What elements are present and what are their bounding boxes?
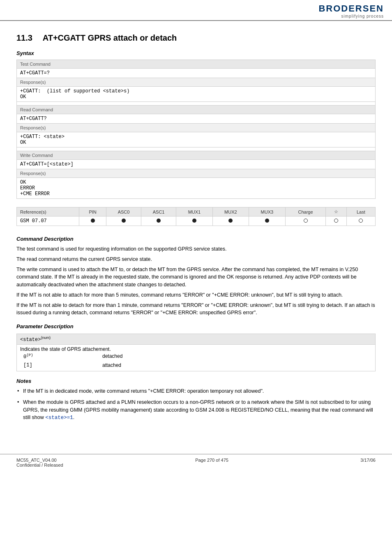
read-response-label-row: Response(s) (17, 124, 376, 132)
footer-doc-id: MC55_ATC_V04.00 (16, 458, 63, 463)
parameter-table: <state>(num) Indicates the state of GPRS… (16, 334, 376, 371)
footer-page: Page 270 of 475 (195, 458, 228, 467)
ref-col-mux2: MUX2 (212, 207, 249, 216)
ref-col-star: ☆ (326, 207, 346, 216)
param-val-0-code: 0(P) (20, 353, 102, 360)
test-response-code: +CGATT: (list of supported <state>s)OK (17, 87, 376, 102)
param-value-1: [1] attached (20, 361, 372, 369)
test-command-label: Test Command (17, 60, 376, 69)
page-header: BRODERSEN simplifying process (0, 0, 392, 21)
logo: BRODERSEN simplifying process (318, 3, 384, 18)
read-command-code-row: AT+CGATT? (17, 114, 376, 124)
param-name: <state> (20, 337, 41, 343)
note-item-2: When the module is GPRS attached and a P… (16, 398, 376, 422)
dot-filled-mux3 (265, 219, 269, 223)
test-response-label-row: Response(s) (17, 78, 376, 87)
read-command-label-row: Read Command (17, 106, 376, 114)
test-response-label: Response(s) (17, 78, 376, 87)
ref-col-last: Last (346, 207, 375, 216)
main-content: 11.3 AT+CGATT GPRS attach or detach Synt… (0, 21, 392, 438)
read-response-row: +CGATT: <state>OK (17, 132, 376, 147)
ref-col-header-label: Reference(s) (17, 207, 79, 216)
param-val-1-desc: attached (102, 362, 121, 368)
dot-empty-last (359, 219, 363, 223)
cmd-desc-para-3: The write command is used to attach the … (16, 266, 376, 289)
dot-filled-asc1 (157, 219, 161, 223)
ref-mux2-dot (212, 216, 249, 226)
read-response-code: +CGATT: <state>OK (17, 132, 376, 147)
cmd-desc-para-2: The read command returns the current GPR… (16, 256, 376, 263)
dot-filled-mux2 (228, 219, 233, 223)
note2-inline-code: <state>=1 (45, 415, 73, 421)
ref-star-dot (326, 216, 346, 226)
ref-col-asc0: ASC0 (106, 207, 141, 216)
ref-col-charge: Charge (285, 207, 326, 216)
ref-col-asc1: ASC1 (141, 207, 176, 216)
cmd-desc-para-4: If the MT is not able to attach for more… (16, 291, 376, 299)
notes-list: If the MT is in dedicated mode, write co… (16, 387, 376, 422)
dot-filled-pin (91, 219, 95, 223)
write-command-label-row: Write Command (17, 151, 376, 160)
param-header-row: <state>(num) (17, 334, 376, 345)
cmd-desc-para-5: If the MT is not able to detach for more… (16, 302, 376, 317)
ref-charge-dot (285, 216, 326, 226)
footer-date: 3/17/06 (360, 458, 376, 467)
page-footer: MC55_ATC_V04.00 Confidential / Released … (0, 454, 392, 471)
logo-text: BRODERSEN (318, 3, 384, 14)
test-response-row: +CGATT: (list of supported <state>s)OK (17, 87, 376, 102)
ref-pin-dot (79, 216, 106, 226)
param-value-0: 0(P) detached (20, 352, 372, 361)
dot-filled-asc0 (122, 219, 126, 223)
footer-left: MC55_ATC_V04.00 Confidential / Released (16, 458, 63, 467)
read-response-label: Response(s) (17, 124, 376, 132)
reference-table: Reference(s) PIN ASC0 ASC1 MUX1 MUX2 MUX… (16, 207, 376, 226)
reference-header-row: Reference(s) PIN ASC0 ASC1 MUX1 MUX2 MUX… (17, 207, 376, 216)
section-number: 11.3 (16, 33, 32, 42)
reference-data-row: GSM 07.07 (17, 216, 376, 226)
dot-empty-star (334, 219, 338, 223)
cmd-desc-para-1: The test command is used for requesting … (16, 245, 376, 253)
param-val-1-code: [1] (20, 362, 102, 368)
parameter-description-heading: Parameter Description (16, 323, 376, 329)
read-command-label: Read Command (17, 106, 376, 114)
ref-col-mux1: MUX1 (176, 207, 212, 216)
param-desc-cell: Indicates the state of GPRS attachement.… (17, 345, 376, 371)
section-title: AT+CGATT GPRS attach or detach (43, 33, 177, 42)
param-type-sup: (num) (41, 336, 51, 340)
test-command-code: AT+CGATT=? (17, 69, 376, 78)
write-response-row: OKERROR+CME ERROR (17, 178, 376, 199)
param-header-cell: <state>(num) (17, 334, 376, 345)
ref-label: GSM 07.07 (17, 216, 79, 226)
param-desc-row: Indicates the state of GPRS attachement.… (17, 345, 376, 371)
test-command-code-row: AT+CGATT=? (17, 69, 376, 78)
ref-last-dot (346, 216, 375, 226)
write-command-label: Write Command (17, 151, 376, 160)
dot-filled-mux1 (192, 219, 196, 223)
ref-col-mux3: MUX3 (249, 207, 285, 216)
ref-mux1-dot (176, 216, 212, 226)
command-description-heading: Command Description (16, 236, 376, 242)
read-command-code: AT+CGATT? (17, 114, 376, 124)
ref-mux3-dot (249, 216, 285, 226)
footer-confidential: Confidential / Released (16, 463, 63, 467)
ref-asc0-dot (106, 216, 141, 226)
write-response-label-row: Response(s) (17, 169, 376, 178)
param-desc-text: Indicates the state of GPRS attachement. (20, 346, 372, 352)
notes-heading: Notes (16, 378, 376, 384)
section-heading: 11.3 AT+CGATT GPRS attach or detach (16, 33, 376, 43)
ref-col-pin: PIN (79, 207, 106, 216)
note-item-1: If the MT is in dedicated mode, write co… (16, 387, 376, 395)
logo-subtext: simplifying process (341, 14, 384, 18)
syntax-label: Syntax (16, 50, 376, 56)
ref-asc1-dot (141, 216, 176, 226)
write-response-label: Response(s) (17, 169, 376, 178)
write-response-code: OKERROR+CME ERROR (17, 178, 376, 199)
dot-empty-charge (304, 219, 308, 223)
command-table: Test Command AT+CGATT=? Response(s) +CGA… (16, 60, 376, 199)
param-val-0-desc: detached (102, 353, 122, 360)
write-command-code-row: AT+CGATT=[<state>] (17, 160, 376, 169)
test-command-label-row: Test Command (17, 60, 376, 69)
write-command-code: AT+CGATT=[<state>] (17, 160, 376, 169)
